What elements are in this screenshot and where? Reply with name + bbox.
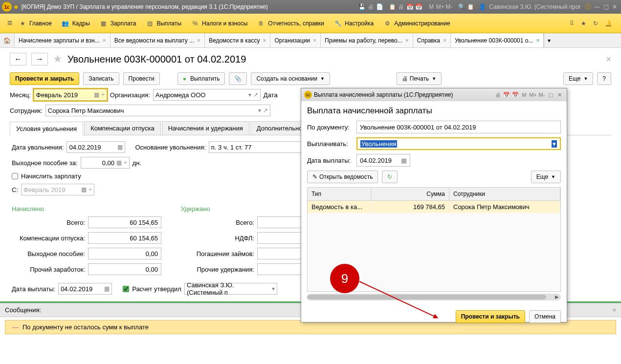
calc-salary-checkbox[interactable] bbox=[12, 173, 18, 179]
m-plus-button[interactable]: M+ bbox=[436, 2, 444, 11]
dropdown-icon[interactable]: ▾ bbox=[258, 107, 261, 114]
term-date-field[interactable]: 04.02.2019 ▦ bbox=[67, 141, 125, 153]
info-icon[interactable]: ⓘ bbox=[584, 2, 593, 11]
print-icon[interactable]: 🖨 bbox=[493, 90, 502, 99]
apps-icon[interactable]: ⠿ bbox=[570, 20, 574, 27]
clipboard-icon[interactable]: 📋 bbox=[466, 2, 475, 11]
tab-item[interactable]: Справка× bbox=[413, 33, 451, 47]
horizontal-scrollbar[interactable]: ▶ bbox=[307, 294, 561, 300]
employee-field[interactable]: Сорока Петр Максимович ▾ ↗ bbox=[45, 105, 270, 116]
tab-item[interactable]: Все ведомости на выплату ...× bbox=[111, 33, 205, 47]
reason-field[interactable]: п. 3 ч. 1 ст. 77 bbox=[209, 141, 302, 153]
close-messages[interactable]: × bbox=[612, 306, 616, 314]
severance-field[interactable]: 0,00 ▦ ÷ bbox=[81, 157, 130, 169]
tab-item[interactable]: Начисление зарплаты и взн...× bbox=[15, 33, 111, 47]
m-minus-button[interactable]: M- bbox=[444, 2, 453, 11]
col-employees[interactable]: Сотрудники bbox=[449, 188, 560, 200]
calc-icon[interactable]: ▦ bbox=[116, 159, 122, 166]
more-button[interactable]: Еще▼ bbox=[563, 72, 593, 85]
save-icon[interactable]: 💾 bbox=[357, 2, 366, 11]
menu-admin[interactable]: ⚙Администрирование bbox=[378, 16, 455, 31]
close-document[interactable]: × bbox=[606, 54, 611, 64]
dropdown-icon[interactable]: ▾ bbox=[272, 285, 275, 292]
calendar-icon[interactable]: 📅 bbox=[502, 90, 511, 99]
calendar-icon[interactable]: ▦ bbox=[104, 285, 110, 292]
spinner-icon[interactable]: ÷ bbox=[101, 91, 105, 98]
printer2-icon[interactable]: 🖨 bbox=[397, 2, 405, 11]
dropdown-icon[interactable]: ▾ bbox=[248, 91, 251, 98]
refresh-button[interactable]: ↻ bbox=[382, 171, 398, 183]
m-plus-button[interactable]: M+ bbox=[529, 90, 537, 99]
star-icon[interactable]: ★ bbox=[581, 20, 586, 27]
menu-reports[interactable]: 🗎Отчетность, справки bbox=[252, 16, 329, 31]
calendar-icon[interactable]: 📅 bbox=[405, 2, 414, 11]
favorite-icon[interactable]: ● bbox=[14, 2, 19, 11]
close-icon[interactable]: × bbox=[405, 37, 409, 44]
help-button[interactable]: ? bbox=[597, 72, 611, 85]
subtab-additional[interactable]: Дополнительно bbox=[250, 121, 309, 135]
spinner-icon[interactable]: ÷ bbox=[124, 159, 127, 166]
save-button[interactable]: Записать bbox=[83, 72, 119, 85]
approver-field[interactable]: Савинская З.Ю. (Системный п ▾ bbox=[184, 283, 277, 295]
post-and-close-button[interactable]: Провести и закрыть bbox=[10, 72, 79, 85]
attachment-button[interactable]: 📎 bbox=[229, 72, 247, 85]
m-minus-button[interactable]: M- bbox=[537, 90, 546, 99]
close-icon[interactable]: × bbox=[263, 37, 266, 44]
print-button[interactable]: 🖨 Печать▼ bbox=[397, 72, 442, 85]
menu-taxes[interactable]: %Налоги и взносы bbox=[186, 16, 252, 31]
calendar-icon[interactable]: ▦ bbox=[401, 157, 407, 164]
minimize-button[interactable]: — bbox=[593, 2, 601, 11]
menu-salary[interactable]: ▦Зарплата bbox=[95, 16, 141, 31]
tab-item[interactable]: Организации× bbox=[270, 33, 321, 47]
subtab-vacation[interactable]: Компенсации отпуска bbox=[84, 121, 161, 135]
close-icon[interactable]: × bbox=[313, 37, 316, 44]
print-icon[interactable]: 🖨 bbox=[366, 2, 375, 11]
close-button[interactable]: ✕ bbox=[610, 2, 619, 11]
col-sum[interactable]: Сумма bbox=[371, 188, 449, 200]
month-field[interactable]: Февраль 2019 ▦ ÷ bbox=[34, 89, 107, 101]
calendar2-icon[interactable]: 📅 bbox=[414, 2, 423, 11]
create-based-button[interactable]: Создать на основании▼ bbox=[251, 72, 330, 85]
subtab-calculations[interactable]: Начисления и удержания bbox=[162, 121, 249, 135]
menu-main[interactable]: ★Главное bbox=[14, 16, 57, 31]
tab-item-active[interactable]: Увольнение 003К-000001 о...× bbox=[451, 33, 544, 47]
calendar-icon[interactable]: ▦ bbox=[117, 144, 123, 150]
history-icon[interactable]: ↻ bbox=[593, 20, 598, 27]
modal-maximize[interactable]: ▢ bbox=[546, 90, 555, 99]
nav-forward-button[interactable]: → bbox=[31, 53, 48, 65]
table-row[interactable]: Ведомость в ка... 169 784,65 Сорока Петр… bbox=[308, 201, 560, 213]
col-type[interactable]: Тип bbox=[308, 188, 371, 200]
copy-icon[interactable]: 📋 bbox=[388, 2, 397, 11]
calendar-icon[interactable]: ▦ bbox=[94, 91, 99, 98]
tabs-more[interactable]: ▾ bbox=[544, 33, 554, 47]
pay-button[interactable]: Выплатить bbox=[177, 72, 225, 85]
close-icon[interactable]: × bbox=[103, 37, 106, 44]
doc-field[interactable]: Увольнение 003К-000001 от 04.02.2019 bbox=[356, 121, 561, 133]
close-icon[interactable]: × bbox=[197, 37, 200, 44]
bell-icon[interactable]: 🔔 bbox=[605, 20, 612, 27]
open-icon[interactable]: ↗ bbox=[263, 107, 268, 114]
zoom-in-icon[interactable]: 🔍 bbox=[457, 2, 466, 11]
maximize-button[interactable]: ▢ bbox=[601, 2, 610, 11]
open-icon[interactable]: ↗ bbox=[253, 91, 258, 98]
modal-more-button[interactable]: Еще ▼ bbox=[531, 171, 561, 183]
doc-icon[interactable]: 📄 bbox=[375, 2, 384, 11]
menu-payments[interactable]: ▤Выплаты bbox=[141, 16, 186, 31]
tab-item[interactable]: Приемы на работу, перево...× bbox=[321, 33, 413, 47]
dropdown-icon[interactable]: ▾ bbox=[552, 140, 557, 148]
menu-settings[interactable]: 🔧Настройка bbox=[329, 16, 378, 31]
close-icon[interactable]: × bbox=[443, 37, 446, 44]
org-field[interactable]: Андромеда ООО ▾ ↗ bbox=[153, 89, 261, 101]
pay-select[interactable]: Увольнения ▾ bbox=[356, 137, 561, 150]
menu-icon[interactable]: ≡ bbox=[6, 20, 14, 27]
modal-cancel-button[interactable]: Отмена bbox=[529, 310, 561, 323]
subtab-conditions[interactable]: Условия увольнения bbox=[10, 122, 83, 135]
calendar2-icon[interactable]: 📅 bbox=[511, 90, 520, 99]
approved-checkbox[interactable] bbox=[123, 286, 129, 292]
modal-date-field[interactable]: 04.02.2019 ▦ bbox=[356, 154, 410, 167]
modal-post-close-button[interactable]: Провести и закрыть bbox=[456, 310, 525, 323]
open-statement-button[interactable]: ✎ Открыть ведомость bbox=[307, 171, 378, 183]
m-button[interactable]: M bbox=[427, 2, 436, 11]
home-tab[interactable]: 🏠 bbox=[0, 33, 15, 47]
nav-back-button[interactable]: ← bbox=[10, 53, 26, 65]
